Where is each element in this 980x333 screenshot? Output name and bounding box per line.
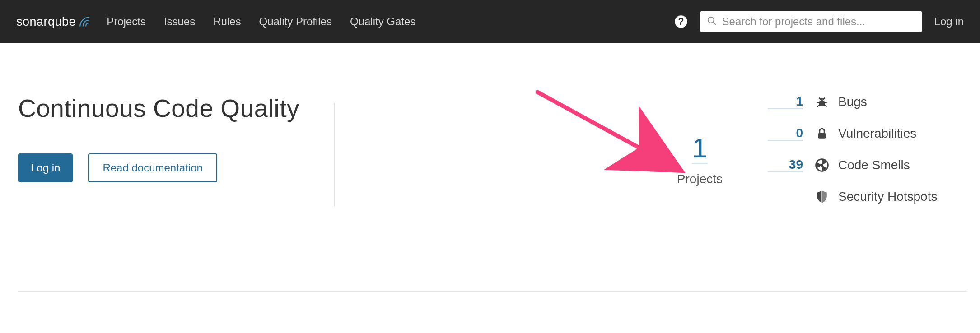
bugs-label: Bugs [838, 95, 867, 109]
code-smells-count[interactable]: 39 [768, 158, 803, 172]
radiation-icon [815, 158, 829, 172]
search-input[interactable] [722, 15, 922, 28]
header: sonarqube Projects Issues Rules Quality … [0, 0, 980, 43]
projects-count[interactable]: 1 [692, 134, 707, 164]
svg-line-6 [819, 98, 821, 100]
vulnerabilities-count[interactable]: 0 [768, 126, 803, 140]
svg-rect-5 [821, 98, 823, 100]
login-button[interactable]: Log in [18, 153, 73, 182]
metric-bugs: 1 Bugs [768, 94, 962, 110]
code-smells-label: Code Smells [838, 158, 910, 172]
logo-text-left: sonar [16, 15, 48, 29]
col-mid: 1 Projects [335, 92, 768, 220]
read-documentation-button[interactable]: Read documentation [88, 153, 217, 182]
security-hotspots-label: Security Hotspots [838, 190, 937, 204]
nav-quality-gates[interactable]: Quality Gates [350, 15, 415, 28]
metric-security-hotspots: Security Hotspots [768, 189, 962, 205]
horizontal-divider [18, 291, 967, 292]
shield-icon [815, 190, 829, 204]
svg-line-7 [823, 98, 825, 100]
svg-rect-12 [818, 133, 826, 139]
page-title: Continuous Code Quality [18, 94, 334, 123]
button-row: Log in Read documentation [18, 153, 334, 182]
col-left: Continuous Code Quality Log in Read docu… [18, 92, 334, 220]
lock-icon [815, 126, 829, 141]
nav-projects[interactable]: Projects [107, 15, 146, 28]
sonarqube-logo[interactable]: sonarqube [16, 15, 90, 29]
metric-code-smells: 39 Code Smells [768, 157, 962, 173]
help-icon[interactable]: ? [674, 15, 688, 28]
nav-rules[interactable]: Rules [213, 15, 241, 28]
svg-line-10 [817, 105, 819, 107]
nav-quality-profiles[interactable]: Quality Profiles [259, 15, 332, 28]
col-right: 1 Bugs 0 [768, 92, 962, 220]
search-icon [707, 16, 717, 28]
projects-block: 1 Projects [677, 134, 723, 186]
svg-line-11 [824, 105, 826, 107]
projects-label: Projects [677, 172, 723, 186]
bugs-count[interactable]: 1 [768, 95, 803, 109]
svg-line-8 [817, 102, 819, 102]
search-box[interactable] [700, 11, 922, 32]
main: Continuous Code Quality Log in Read docu… [0, 43, 980, 220]
svg-line-3 [713, 22, 715, 24]
vulnerabilities-label: Vulnerabilities [838, 126, 916, 141]
svg-text:?: ? [678, 16, 684, 27]
nav-issues[interactable]: Issues [164, 15, 195, 28]
nav: Projects Issues Rules Quality Profiles Q… [107, 15, 415, 28]
bug-icon [815, 95, 829, 109]
logo-text-right: qube [48, 15, 76, 29]
logo-waves-icon [79, 16, 90, 28]
header-login-link[interactable]: Log in [934, 15, 964, 28]
header-right: ? Log in [674, 11, 964, 32]
metric-vulnerabilities: 0 Vulnerabilities [768, 125, 962, 142]
svg-line-9 [825, 102, 827, 102]
